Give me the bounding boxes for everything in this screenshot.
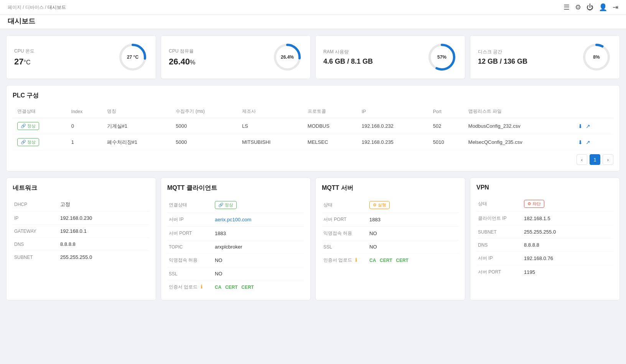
plc-mfr-1: MITSUBISHI bbox=[237, 134, 303, 150]
mqtt-client-ca-link[interactable]: CA bbox=[215, 285, 221, 290]
vpn-server-ip-row: 서버 IP 192.168.0.76 bbox=[476, 252, 613, 265]
logout-icon[interactable]: ⇥ bbox=[613, 3, 618, 12]
mqtt-client-port-row: 서버 PORT 1883 bbox=[167, 227, 304, 240]
cpu-usage-value: 26.40% bbox=[169, 57, 195, 67]
mqtt-client-topic-row: TOPIC arxplcbroker bbox=[167, 240, 304, 254]
cpu-usage-card: CPU 점유율 26.40% 26.4% bbox=[161, 35, 311, 79]
vpn-client-ip-row: 클라이언트 IP 182.168.1.5 bbox=[476, 212, 613, 226]
cpu-temp-label: CPU 온도 bbox=[14, 48, 35, 54]
col-ip: IP bbox=[357, 105, 428, 118]
vpn-card: VPN 상태 ⚙ 차단 클라이언트 IP 182.168.1.5 SUBNET … bbox=[470, 178, 620, 300]
vpn-status-badge: ⚙ 차단 bbox=[524, 200, 544, 208]
network-row-dhcp: DHCP 고정 bbox=[13, 198, 150, 212]
network-card: 네트워크 DHCP 고정 IP 192.168.0.230 GATEWAY 19… bbox=[6, 178, 156, 300]
plc-index-0: 0 bbox=[67, 118, 102, 134]
mqtt-client-anon-row: 익명접속 허용 NO bbox=[167, 254, 304, 267]
plc-section: PLC 구성 연결상태 Index 명칭 수집주기 (ms) 제조사 프로토콜 … bbox=[6, 85, 620, 171]
vpn-subnet-row: SUBNET 255.255.255.0 bbox=[476, 226, 613, 239]
plc-row-0: 🔗 정상 0 기계실#1 5000 LS MODBUS 192.168.0.23… bbox=[13, 118, 613, 134]
col-port: Port bbox=[428, 105, 464, 118]
status-badge-0: 🔗 정상 bbox=[17, 122, 39, 130]
page-1-button[interactable]: 1 bbox=[590, 154, 600, 165]
download-icon-0[interactable]: ⬇ bbox=[578, 123, 583, 129]
network-title: 네트워크 bbox=[13, 184, 150, 192]
mqtt-server-card: MQTT 서버 상태 ⚙ 실행 서버 PORT 1883 익명접속 허용 NO … bbox=[315, 178, 465, 300]
vpn-title: VPN bbox=[476, 184, 613, 191]
ram-value: 4.6 GB / 8.1 GB bbox=[323, 58, 373, 66]
prev-page-button[interactable]: ‹ bbox=[577, 154, 587, 165]
mqtt-server-ssl-row: SSL NO bbox=[322, 240, 459, 254]
network-row-gateway: GATEWAY 192.168.0.1 bbox=[13, 225, 150, 238]
mqtt-server-anon-row: 익명접속 허용 NO bbox=[322, 227, 459, 240]
mqtt-server-title: MQTT 서버 bbox=[322, 184, 459, 192]
plc-mfr-0: LS bbox=[237, 118, 303, 134]
open-icon-0[interactable]: ↗ bbox=[586, 123, 590, 129]
plc-row-1: 🔗 정상 1 폐수처리장#1 5000 MITSUBISHI MELSEC 19… bbox=[13, 134, 613, 150]
page-title: 대시보드 bbox=[0, 15, 626, 29]
col-protocol: 프로토콜 bbox=[303, 105, 357, 118]
mqtt-client-cert2-link[interactable]: CERT bbox=[241, 285, 254, 290]
plc-mapfile-0: ModbusConfig_232.csv bbox=[464, 118, 574, 134]
ram-gauge: 57% bbox=[427, 42, 457, 72]
mqtt-client-serverip-row: 서버 IP aerix.pc100.com bbox=[167, 213, 304, 227]
power-icon[interactable]: ⏻ bbox=[586, 3, 593, 12]
disk-value: 12 GB / 136 GB bbox=[478, 58, 527, 66]
cpu-temp-gauge: 27 °C bbox=[117, 42, 148, 72]
plc-port-0: 502 bbox=[428, 118, 464, 134]
menu-icon[interactable]: ☰ bbox=[563, 3, 570, 12]
mqtt-client-cert-row: 인증서 업로드 ℹ CA CERT CERT bbox=[167, 280, 304, 294]
plc-port-1: 5010 bbox=[428, 134, 464, 150]
mqtt-client-title: MQTT 클라이언트 bbox=[167, 184, 304, 192]
mqtt-client-status-badge: 🔗 정상 bbox=[215, 201, 237, 209]
plc-name-0: 기계실#1 bbox=[102, 118, 171, 134]
mqtt-client-card: MQTT 클라이언트 연결상태 🔗 정상 서버 IP aerix.pc100.c… bbox=[161, 178, 311, 300]
network-row-ip: IP 192.168.0.230 bbox=[13, 212, 150, 225]
settings-icon[interactable]: ⚙ bbox=[575, 3, 581, 12]
mqtt-server-port-row: 서버 PORT 1883 bbox=[322, 213, 459, 227]
stats-row: CPU 온도 27°C 27 °C CPU 점유율 26.40% bbox=[6, 35, 620, 79]
cpu-temp-value: 27°C bbox=[14, 57, 35, 67]
mqtt-client-cert-info-icon[interactable]: ℹ bbox=[201, 284, 203, 290]
col-status: 연결상태 bbox=[13, 105, 67, 118]
disk-label: 디스크 공간 bbox=[478, 49, 527, 55]
plc-title: PLC 구성 bbox=[13, 92, 613, 100]
mqtt-server-status-row: 상태 ⚙ 실행 bbox=[322, 198, 459, 213]
open-icon-1[interactable]: ↗ bbox=[586, 139, 590, 145]
col-name: 명칭 bbox=[102, 105, 171, 118]
plc-table: 연결상태 Index 명칭 수집주기 (ms) 제조사 프로토콜 IP Port… bbox=[13, 105, 613, 150]
disk-card: 디스크 공간 12 GB / 136 GB 8% bbox=[470, 35, 620, 79]
app-header: 페이지 / 디바이스 / 대시보드 ☰ ⚙ ⏻ 👤 ⇥ 대시보드 bbox=[0, 0, 626, 29]
next-page-button[interactable]: › bbox=[603, 154, 613, 165]
plc-name-1: 폐수처리장#1 bbox=[102, 134, 171, 150]
disk-gauge: 8% bbox=[581, 42, 612, 72]
mqtt-server-cert-row: 인증서 업로드 ℹ CA CERT CERT bbox=[322, 254, 459, 267]
mqtt-server-cert2-link[interactable]: CERT bbox=[396, 258, 409, 263]
plc-protocol-0: MODBUS bbox=[303, 118, 357, 134]
network-row-dns: DNS 8.8.8.8 bbox=[13, 238, 150, 251]
ram-card: RAM 사용량 4.6 GB / 8.1 GB 57% bbox=[315, 35, 465, 79]
mqtt-server-cert1-link[interactable]: CERT bbox=[380, 258, 392, 263]
cpu-usage-label: CPU 점유율 bbox=[169, 48, 195, 54]
mqtt-client-ssl-row: SSL NO bbox=[167, 267, 304, 280]
mqtt-client-status-row: 연결상태 🔗 정상 bbox=[167, 198, 304, 213]
user-icon[interactable]: 👤 bbox=[599, 3, 607, 12]
plc-ip-0: 192.168.0.232 bbox=[357, 118, 428, 134]
mqtt-server-ca-link[interactable]: CA bbox=[369, 258, 376, 263]
mqtt-server-cert-info-icon[interactable]: ℹ bbox=[355, 257, 357, 263]
plc-mapfile-1: MelsecQConfig_235.csv bbox=[464, 134, 574, 150]
vpn-server-port-row: 서버 PORT 1195 bbox=[476, 265, 613, 279]
plc-index-1: 1 bbox=[67, 134, 102, 150]
status-badge-1: 🔗 정상 bbox=[17, 138, 39, 146]
bottom-grid: 네트워크 DHCP 고정 IP 192.168.0.230 GATEWAY 19… bbox=[6, 178, 620, 300]
col-index: Index bbox=[67, 105, 102, 118]
download-icon-1[interactable]: ⬇ bbox=[578, 139, 583, 145]
mqtt-client-cert1-link[interactable]: CERT bbox=[225, 285, 238, 290]
vpn-status-row: 상태 ⚙ 차단 bbox=[476, 196, 613, 212]
plc-interval-1: 5000 bbox=[171, 134, 237, 150]
col-interval: 수집주기 (ms) bbox=[171, 105, 237, 118]
vpn-dns-row: DNS 8.8.8.8 bbox=[476, 239, 613, 252]
col-mapfile: 맵핑리스트 파일 bbox=[464, 105, 574, 118]
cpu-temp-card: CPU 온도 27°C 27 °C bbox=[6, 35, 156, 79]
plc-interval-0: 5000 bbox=[171, 118, 237, 134]
plc-protocol-1: MELSEC bbox=[303, 134, 357, 150]
